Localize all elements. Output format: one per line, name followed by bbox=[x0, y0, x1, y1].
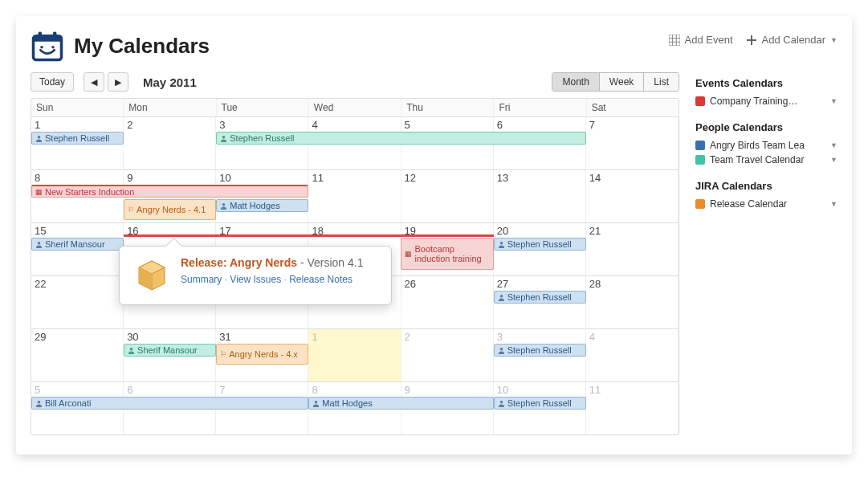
event-person[interactable]: Sherif Mansour bbox=[31, 238, 124, 251]
chevron-down-icon: ▼ bbox=[830, 36, 837, 44]
day-cell[interactable]: 2 bbox=[401, 329, 494, 381]
person-icon bbox=[498, 294, 505, 301]
svg-rect-6 bbox=[669, 35, 680, 46]
event-release[interactable]: ⚐ Angry Nerds - 4.x bbox=[216, 344, 308, 365]
add-event-button[interactable]: Add Event bbox=[669, 34, 733, 46]
sidebar-section-title: People Calendars bbox=[695, 121, 837, 133]
svg-rect-2 bbox=[39, 32, 42, 39]
day-cell[interactable]: 4 bbox=[586, 329, 679, 381]
view-week-button[interactable]: Week bbox=[600, 73, 644, 91]
event-person[interactable]: Matt Hodges bbox=[216, 199, 308, 212]
event-person[interactable]: Stephen Russell bbox=[494, 344, 586, 357]
day-cell[interactable]: 7 bbox=[586, 117, 679, 169]
event-person[interactable]: Stephen Russell bbox=[494, 397, 586, 410]
day-cell[interactable]: 22 bbox=[31, 276, 124, 328]
package-icon bbox=[132, 256, 171, 295]
dayheader: Wed bbox=[309, 99, 401, 116]
next-button[interactable]: ▶ bbox=[108, 72, 128, 92]
calendar-item[interactable]: Company Training… ▼ bbox=[695, 94, 837, 108]
event-person[interactable]: Stephen Russell bbox=[31, 132, 124, 145]
dayheader: Fri bbox=[494, 99, 586, 116]
person-icon bbox=[220, 135, 227, 142]
person-icon bbox=[498, 400, 505, 407]
calendar-item[interactable]: Team Travel Calendar ▼ bbox=[695, 153, 837, 167]
event-person[interactable]: Stephen Russell bbox=[494, 238, 586, 251]
release-icon: ⚐ bbox=[128, 205, 134, 214]
person-icon bbox=[312, 400, 320, 407]
event-person[interactable]: Stephen Russell bbox=[494, 291, 586, 304]
day-cell[interactable]: 29 bbox=[31, 329, 124, 381]
current-month-label: May 2011 bbox=[143, 75, 197, 89]
day-cell[interactable]: 28 bbox=[586, 276, 679, 328]
calendar-item[interactable]: Release Calendar ▼ bbox=[695, 197, 837, 211]
calendar-item-label: Release Calendar bbox=[710, 198, 787, 210]
chevron-down-icon: ▼ bbox=[830, 97, 837, 105]
svg-point-23 bbox=[499, 400, 503, 403]
day-cell[interactable]: 26 bbox=[401, 276, 494, 328]
color-swatch bbox=[695, 155, 705, 165]
dayheader: Sun bbox=[31, 99, 124, 116]
day-cell[interactable]: 11 bbox=[586, 382, 679, 434]
calendar-small-icon: ▦ bbox=[35, 188, 43, 196]
person-icon bbox=[35, 135, 43, 142]
chevron-down-icon: ▼ bbox=[830, 200, 837, 208]
calendar-item-label: Angry Birds Team Lea bbox=[710, 140, 805, 151]
svg-point-15 bbox=[222, 202, 226, 206]
svg-point-14 bbox=[222, 135, 226, 138]
person-icon bbox=[220, 202, 227, 210]
event-bar bbox=[124, 234, 493, 237]
day-cell[interactable]: 21 bbox=[586, 223, 679, 275]
svg-rect-1 bbox=[34, 36, 62, 42]
day-cell[interactable]: 1 bbox=[308, 329, 401, 381]
popover-title: Release: Angry Nerds - Version 4.1 bbox=[181, 256, 378, 269]
event-travel[interactable]: Stephen Russell bbox=[216, 132, 585, 145]
event-travel[interactable]: Sherif Mansour bbox=[124, 344, 216, 357]
popover-link-summary[interactable]: Summary bbox=[181, 274, 222, 285]
svg-point-4 bbox=[40, 46, 43, 49]
person-icon bbox=[498, 241, 505, 248]
event-person[interactable]: Bill Arconati bbox=[31, 397, 308, 410]
add-calendar-button[interactable]: Add Calendar ▼ bbox=[746, 34, 837, 46]
popover-link-view-issues[interactable]: View Issues bbox=[230, 274, 281, 285]
svg-point-20 bbox=[499, 347, 503, 350]
person-icon bbox=[128, 347, 135, 354]
color-swatch bbox=[695, 141, 705, 150]
popover-link-release-notes[interactable]: Release Notes bbox=[289, 274, 352, 285]
color-swatch bbox=[695, 96, 705, 106]
svg-point-16 bbox=[38, 241, 41, 244]
view-list-button[interactable]: List bbox=[644, 73, 679, 91]
prev-button[interactable]: ◀ bbox=[84, 72, 104, 92]
view-month-button[interactable]: Month bbox=[552, 73, 599, 91]
calendar-item[interactable]: Angry Birds Team Lea ▼ bbox=[695, 138, 837, 153]
calendar-logo-icon bbox=[31, 29, 64, 63]
person-icon bbox=[35, 241, 43, 248]
release-icon: ⚐ bbox=[220, 349, 226, 359]
dayheader: Sat bbox=[587, 99, 679, 116]
event-release[interactable]: ⚐ Angry Nerds - 4.1 bbox=[124, 199, 216, 220]
calendar-item-label: Team Travel Calendar bbox=[710, 154, 804, 165]
day-cell[interactable]: 2 bbox=[124, 117, 216, 169]
svg-point-13 bbox=[38, 135, 41, 138]
day-cell[interactable]: 11 bbox=[308, 170, 401, 222]
calendar-small-icon: ▦ bbox=[405, 249, 412, 259]
day-cell[interactable]: 13 bbox=[494, 170, 586, 222]
event-company[interactable]: ▦ Bootcamp induction training bbox=[401, 238, 493, 270]
day-cell[interactable]: 14 bbox=[586, 170, 679, 222]
today-button[interactable]: Today bbox=[31, 72, 74, 92]
event-person[interactable]: Matt Hodges bbox=[308, 397, 493, 410]
sidebar-section-title: JIRA Calendars bbox=[695, 180, 837, 192]
dayheader: Thu bbox=[401, 99, 494, 116]
dayheader: Mon bbox=[124, 99, 216, 116]
chevron-down-icon: ▼ bbox=[830, 141, 837, 149]
color-swatch bbox=[695, 199, 705, 209]
calendar-item-label: Company Training… bbox=[710, 96, 797, 107]
page-title: My Calendars bbox=[74, 34, 210, 59]
day-cell[interactable]: 12 bbox=[401, 170, 494, 222]
add-calendar-label: Add Calendar bbox=[762, 34, 826, 46]
grid-icon bbox=[669, 35, 680, 46]
svg-point-22 bbox=[315, 400, 318, 403]
svg-point-21 bbox=[38, 400, 41, 403]
person-icon bbox=[35, 400, 43, 407]
event-company[interactable]: ▦ New Starters Induction bbox=[31, 185, 308, 198]
person-icon bbox=[498, 347, 505, 354]
